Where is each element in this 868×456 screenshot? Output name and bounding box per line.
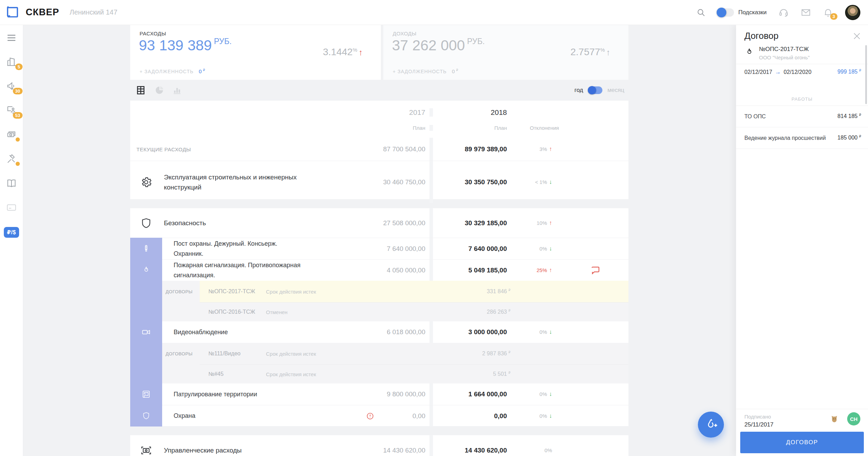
contract-button[interactable]: ДОГОВОР xyxy=(740,432,864,453)
bar-chart-view-icon[interactable] xyxy=(173,86,182,95)
period-toggle[interactable] xyxy=(588,86,602,94)
contract-row[interactable]: №#45 Срок действия истек 5 501 ₽ xyxy=(130,364,628,383)
work-item[interactable]: Ведение журнала просшествий 185 000 ₽ xyxy=(736,127,868,149)
sidebar-item-works[interactable] xyxy=(6,153,17,164)
column-year-2018[interactable]: 2018 xyxy=(433,108,510,117)
contract-status: Срок действия истек xyxy=(266,371,316,377)
down-arrow-icon: ↓ xyxy=(549,329,552,335)
plan-2018-header: План xyxy=(433,125,510,131)
contracts-group-label: ДОГОВОРЫ xyxy=(162,343,200,364)
table-view-icon[interactable] xyxy=(136,85,146,95)
panel-scrollbar[interactable] xyxy=(865,45,867,104)
signed-label: Подписано xyxy=(744,414,771,420)
notifications-bell-icon[interactable]: 3 xyxy=(823,7,833,18)
signer-avatar[interactable]: СН xyxy=(847,412,860,425)
sidebar-item-cards[interactable] xyxy=(6,202,17,213)
user-avatar[interactable] xyxy=(845,5,860,20)
work-item[interactable]: ТО ОПС 814 185 ₽ xyxy=(736,106,868,127)
contract-name[interactable]: №#45 xyxy=(208,371,260,377)
contract-value: 2 987 836 ₽ xyxy=(482,351,628,357)
contract-row[interactable]: ДОГОВОРЫ №111/Видео Срок действия истек … xyxy=(130,343,628,364)
expenses-label: РАСХОДЫ xyxy=(140,31,166,36)
object-name[interactable]: Ленинский 147 xyxy=(70,8,118,16)
contract-name[interactable]: №ОПС-2016-ТСЖ xyxy=(208,309,260,315)
comment-icon[interactable] xyxy=(562,259,628,281)
signed-date: 25/11/2017 xyxy=(744,421,774,428)
flame-icon xyxy=(130,259,162,281)
video-camera-icon xyxy=(130,321,162,343)
expenses-card[interactable]: РАСХОДЫ 93 139 389РУБ. 3.1442%↑ + ЗАДОЛЖ… xyxy=(130,25,381,80)
payments-dot-badge xyxy=(16,137,20,142)
contract-row[interactable]: №ОПС-2016-ТСЖ Отменен 286 263 ₽ xyxy=(130,302,628,321)
expenses-table-header: 2017 2018 План План Отклонения ТЕКУЩИЕ Р… xyxy=(130,101,628,199)
brand-name: СКВЕР xyxy=(26,7,59,18)
hints-toggle[interactable] xyxy=(717,8,734,17)
up-arrow-icon: ↑ xyxy=(359,48,363,57)
close-icon[interactable] xyxy=(852,31,862,41)
cat-sticker-icon xyxy=(830,414,839,423)
table-row[interactable]: Эксплуатация строительных и инженерных к… xyxy=(130,161,628,203)
contract-name[interactable]: №ОПС-2017-ТСЖ xyxy=(208,288,260,295)
table-row[interactable]: Пост охраны. Дежурный. Консьерж. Охранни… xyxy=(130,238,628,259)
management-expenses-card: Управленческие расходы 14 430 620,00 14 … xyxy=(130,435,628,456)
contract-status: Отменен xyxy=(266,309,287,315)
down-arrow-icon: ↓ xyxy=(549,179,552,186)
currency-mode-button[interactable]: ₽/$ xyxy=(4,227,19,238)
search-icon[interactable] xyxy=(696,8,706,17)
management-cash-icon xyxy=(130,445,162,456)
app-logo-icon[interactable] xyxy=(6,6,19,19)
view-controls: год месяц xyxy=(130,80,628,101)
column-year-2017[interactable]: 2017 xyxy=(315,108,429,117)
table-row[interactable]: Управленческие расходы 14 430 620,00 14 … xyxy=(130,435,628,456)
warning-icon[interactable] xyxy=(366,412,374,420)
meetings-badge: 53 xyxy=(13,112,23,119)
works-section-label: РАБОТЫ xyxy=(736,96,868,102)
plan-2017-header: План xyxy=(315,125,429,131)
sidebar-item-announcements[interactable]: 30 xyxy=(6,81,17,92)
period-year-label[interactable]: год xyxy=(575,87,583,94)
deviation-header: Отклонения xyxy=(510,125,562,131)
mail-icon[interactable] xyxy=(801,7,811,18)
notifications-badge: 3 xyxy=(830,13,837,20)
contract-status: Срок действия истек xyxy=(266,289,316,295)
contract-dates: 02/12/2017→02/12/2020 xyxy=(744,69,811,76)
buildings-badge: 5 xyxy=(15,64,23,70)
contract-number[interactable]: №ОПС-2017-ТСЖ xyxy=(759,46,809,53)
table-row[interactable]: Видеонаблюдение 6 018 000,00 3 000 000,0… xyxy=(130,321,628,343)
shield-icon xyxy=(130,405,162,427)
announcements-badge: 30 xyxy=(13,88,23,94)
sidebar-item-payments[interactable] xyxy=(6,129,17,140)
contract-value: 331 846 ₽ xyxy=(487,288,628,295)
down-arrow-icon: ↓ xyxy=(549,245,552,252)
sidebar-item-docs[interactable] xyxy=(6,178,17,189)
table-row[interactable]: Патрулирование территории 9 800 000,00 1… xyxy=(130,383,628,405)
contract-row-selected[interactable]: ДОГОВОРЫ №ОПС-2017-ТСЖ Срок действия ист… xyxy=(130,281,628,302)
left-navigation-rail: 5 30 53 ₽/$ xyxy=(0,25,23,456)
flame-icon xyxy=(744,47,754,57)
contractor-company: ООО "Черный огонь" xyxy=(759,54,810,60)
contracts-group-label: ДОГОВОРЫ xyxy=(162,281,200,302)
income-label: ДОХОДЫ xyxy=(393,31,416,36)
total-expenses-row[interactable]: ТЕКУЩИЕ РАСХОДЫ 87 700 504,00 89 979 389… xyxy=(130,138,628,161)
shield-icon xyxy=(130,217,162,229)
sidebar-item-meetings[interactable]: 53 xyxy=(6,105,17,116)
contract-status: Срок действия истек xyxy=(266,351,316,357)
add-contract-fab[interactable] xyxy=(698,412,724,438)
income-value: 37 262 000РУБ. xyxy=(392,37,485,54)
contract-name[interactable]: №111/Видео xyxy=(208,351,260,357)
arrow-right-icon: → xyxy=(775,69,781,75)
support-headset-icon[interactable] xyxy=(778,7,789,18)
income-card[interactable]: ДОХОДЫ 37 262 000РУБ. 2.7577%↑ + ЗАДОЛЖЕ… xyxy=(383,25,628,80)
panel-title: Договор xyxy=(744,31,778,41)
security-group: Безопасность 27 508 000,00 30 329 185,00… xyxy=(130,208,628,426)
summary-cards: РАСХОДЫ 93 139 389РУБ. 3.1442%↑ + ЗАДОЛЖ… xyxy=(130,25,628,80)
table-row[interactable]: Пожарная сигнализация. Противопожарная с… xyxy=(130,259,628,281)
menu-hamburger-icon[interactable] xyxy=(6,33,17,43)
up-arrow-icon: ↑ xyxy=(606,48,610,57)
table-row[interactable]: Охрана 0,00 0,00 0%↓ xyxy=(130,405,628,427)
income-debt: + ЗАДОЛЖЕННОСТЬ 0 ₽ xyxy=(393,68,458,74)
sidebar-item-buildings[interactable]: 5 xyxy=(6,56,17,67)
period-month-label[interactable]: месяц xyxy=(607,87,624,94)
pie-chart-view-icon[interactable] xyxy=(155,85,164,95)
table-row[interactable]: Безопасность 27 508 000,00 30 329 185,00… xyxy=(130,208,628,238)
